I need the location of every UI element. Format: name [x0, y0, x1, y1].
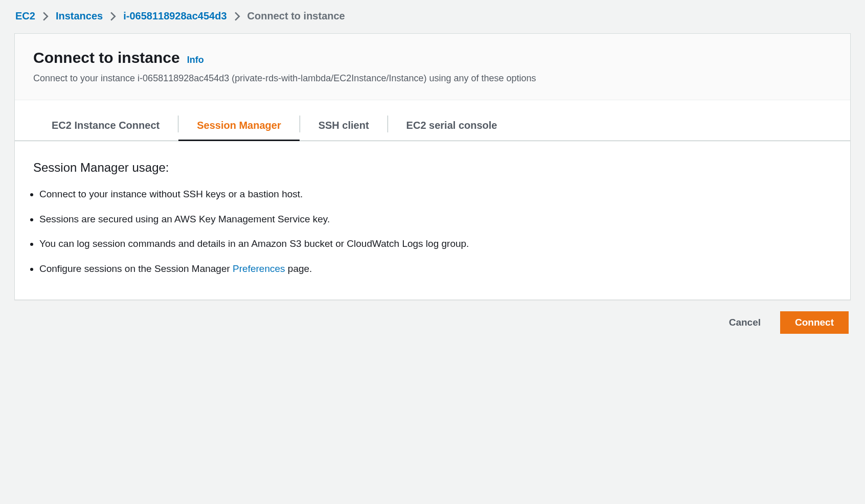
preferences-link[interactable]: Preferences	[233, 263, 285, 274]
breadcrumb-current: Connect to instance	[247, 10, 345, 22]
usage-item: Sessions are secured using an AWS Key Ma…	[39, 212, 832, 227]
chevron-right-icon	[42, 12, 49, 21]
tab-session-manager[interactable]: Session Manager	[178, 113, 300, 141]
breadcrumb-instances[interactable]: Instances	[56, 10, 103, 22]
breadcrumb: EC2 Instances i-0658118928ac454d3 Connec…	[14, 10, 851, 22]
tab-ec2-instance-connect[interactable]: EC2 Instance Connect	[33, 113, 178, 141]
tab-ssh-client[interactable]: SSH client	[300, 113, 388, 141]
chevron-right-icon	[110, 12, 116, 21]
page-title: Connect to instance	[33, 49, 180, 66]
usage-heading: Session Manager usage:	[33, 161, 832, 175]
panel-header: Connect to instance Info Connect to your…	[15, 34, 850, 100]
usage-item: Connect to your instance without SSH key…	[39, 187, 832, 202]
tab-ec2-serial-console[interactable]: EC2 serial console	[388, 113, 516, 141]
usage-list: Connect to your instance without SSH key…	[33, 187, 832, 276]
page-subtitle: Connect to your instance i-0658118928ac4…	[33, 72, 832, 85]
breadcrumb-instance-id[interactable]: i-0658118928ac454d3	[123, 10, 226, 22]
usage-text: Configure sessions on the Session Manage…	[39, 263, 233, 274]
connect-button[interactable]: Connect	[780, 311, 849, 334]
usage-item: Configure sessions on the Session Manage…	[39, 262, 832, 277]
connect-panel: Connect to instance Info Connect to your…	[14, 33, 851, 300]
action-bar: Cancel Connect	[14, 300, 851, 337]
breadcrumb-ec2[interactable]: EC2	[15, 10, 35, 22]
usage-text: page.	[285, 263, 312, 274]
tab-content: Session Manager usage: Connect to your i…	[15, 141, 850, 300]
usage-item: You can log session commands and details…	[39, 237, 832, 251]
chevron-right-icon	[234, 12, 240, 21]
tabs: EC2 Instance Connect Session Manager SSH…	[15, 100, 850, 141]
cancel-button[interactable]: Cancel	[719, 312, 771, 333]
info-link[interactable]: Info	[187, 55, 204, 65]
